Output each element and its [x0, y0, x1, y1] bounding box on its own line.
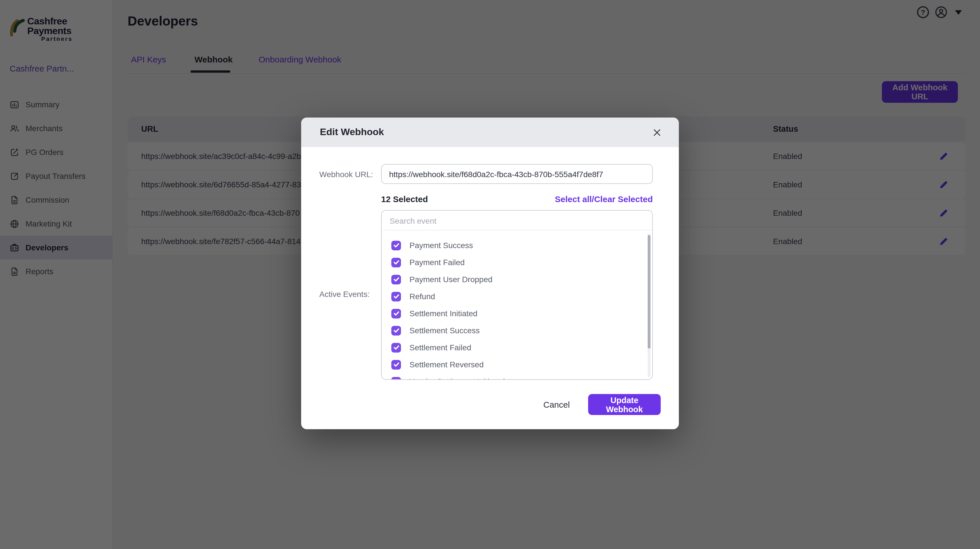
events-scrollbar-thumb[interactable] — [648, 235, 651, 349]
edit-webhook-modal: Edit Webhook Webhook URL: 12 Selected Se… — [301, 118, 679, 429]
event-row-vendor-settlement-initiated[interactable]: Vendor Settlement Initiated — [382, 373, 652, 379]
event-row-refund[interactable]: Refund — [382, 288, 652, 305]
event-row-settlement-failed[interactable]: Settlement Failed — [382, 339, 652, 356]
event-label: Settlement Failed — [409, 343, 471, 352]
checkbox-checked-icon[interactable] — [391, 292, 401, 301]
checkbox-checked-icon[interactable] — [391, 377, 401, 379]
active-events-label: Active Events: — [319, 290, 369, 298]
event-row-payment-failed[interactable]: Payment Failed — [382, 254, 652, 271]
event-row-settlement-success[interactable]: Settlement Success — [382, 322, 652, 339]
app-window: Cashfree Payments Partners Cashfree Part… — [0, 0, 980, 549]
event-label: Payment User Dropped — [409, 275, 493, 284]
event-row-settlement-reversed[interactable]: Settlement Reversed — [382, 356, 652, 373]
webhook-url-input[interactable] — [381, 164, 653, 184]
selected-count: 12 Selected — [381, 194, 428, 204]
event-label: Payment Success — [409, 241, 473, 250]
checkbox-checked-icon[interactable] — [391, 274, 401, 284]
events-box: Payment Success Payment Failed Payment U… — [381, 210, 653, 380]
checkbox-checked-icon[interactable] — [391, 308, 401, 318]
close-icon[interactable] — [652, 127, 662, 137]
event-label: Settlement Success — [409, 326, 479, 335]
select-all-clear-link[interactable]: Select all/Clear Selected — [555, 194, 653, 204]
event-label: Settlement Initiated — [409, 309, 477, 318]
search-event-input[interactable] — [382, 211, 652, 230]
checkbox-checked-icon[interactable] — [391, 257, 401, 267]
checkbox-checked-icon[interactable] — [391, 360, 401, 369]
event-label: Payment Failed — [409, 258, 465, 267]
event-row-payment-success[interactable]: Payment Success — [382, 237, 652, 254]
event-label: Vendor Settlement Initiated — [409, 377, 505, 379]
cancel-button[interactable]: Cancel — [543, 400, 570, 409]
modal-header: Edit Webhook — [301, 118, 679, 147]
checkbox-checked-icon[interactable] — [391, 241, 401, 250]
event-label: Settlement Reversed — [409, 360, 484, 369]
events-list: Payment Success Payment Failed Payment U… — [382, 230, 652, 379]
checkbox-checked-icon[interactable] — [391, 343, 401, 352]
event-row-payment-user-dropped[interactable]: Payment User Dropped — [382, 271, 652, 288]
modal-title: Edit Webhook — [320, 127, 384, 138]
update-webhook-button[interactable]: Update Webhook — [588, 394, 661, 415]
event-label: Refund — [409, 292, 435, 301]
webhook-url-label: Webhook URL: — [319, 170, 373, 179]
event-row-settlement-initiated[interactable]: Settlement Initiated — [382, 305, 652, 322]
checkbox-checked-icon[interactable] — [391, 326, 401, 335]
